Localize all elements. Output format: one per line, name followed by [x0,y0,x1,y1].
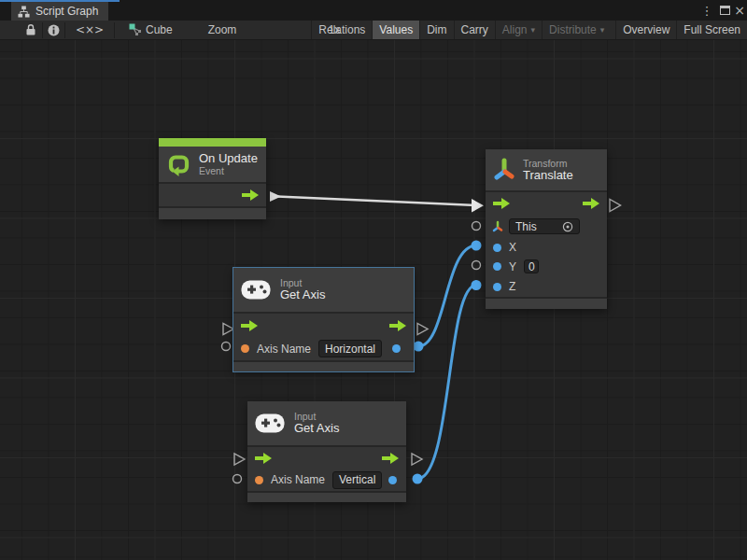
axisname-port-dot [255,476,263,484]
chevron-down-icon: ▾ [600,25,605,35]
lock-button[interactable] [21,21,41,39]
axisname-port-dot [241,344,249,353]
control-in-arrow-icon [241,320,258,331]
z-port-dot [493,283,501,291]
wire-horizontal-to-x[interactable] [418,245,476,346]
maximize-icon[interactable] [717,0,732,21]
info-button[interactable] [43,21,63,39]
control-out-arrow-icon [242,189,259,201]
lock-icon [25,23,36,36]
window-menu-icon[interactable]: ⋮ [700,0,713,21]
relations-button[interactable]: Relations [311,21,372,39]
gamepad-icon [255,413,285,433]
carry-button[interactable]: Carry [454,21,495,39]
axisname-value-field[interactable]: Horizontal [318,340,382,357]
node-translate[interactable]: Transform Translate This [486,149,607,309]
control-out-arrow-icon [389,320,406,331]
x-port-dot [493,244,501,252]
fullscreen-button[interactable]: Full Screen [676,21,747,39]
y-value-field[interactable]: 0 [524,259,539,273]
zoom-label: Zoom [205,21,239,39]
on-update-loop-icon [166,152,191,177]
node-footer [159,208,266,219]
port-control-out-getaxis-h[interactable] [417,324,428,335]
close-icon[interactable]: × [732,0,747,21]
port-control-in-getaxis-h[interactable] [223,324,233,335]
x-port-label: X [509,241,516,254]
z-port-label: Z [509,280,515,293]
port-control-out-getaxis-v[interactable] [412,454,422,465]
axisname-value-field[interactable]: Vertical [332,471,382,489]
node-get-axis-vertical[interactable]: Input Get Axis Axis Name Vertical [247,401,406,502]
wire-vertical-to-z[interactable] [417,286,476,480]
control-in-arrow-icon [493,198,510,209]
distribute-dropdown[interactable]: Distribute▾ [542,21,611,39]
tab-bar: Script Graph ⋮ × [0,0,747,21]
overview-button[interactable]: Overview [615,21,676,39]
value-out-port-dot [388,476,397,484]
axisname-port-label: Axis Name [271,473,325,486]
node-on-update[interactable]: On Update Event [159,138,266,219]
transform-mini-icon [491,220,504,233]
this-field-value: This [515,220,537,233]
align-dropdown[interactable]: Align▾ [495,21,542,39]
this-object-field[interactable]: This [509,218,580,234]
y-port-label: Y [509,260,516,273]
axisname-port-label: Axis Name [257,343,311,356]
port-this-translate[interactable] [472,222,481,231]
node-title: Translate [523,169,573,183]
graph-target-icon [127,21,144,39]
toolbar-button-group: Relations Values Dim Carry Align▾ Distri… [311,21,747,39]
tab-title: Script Graph [35,5,98,18]
port-control-out-onupdate[interactable] [270,191,281,202]
port-value-out-getaxis-h[interactable] [414,342,424,352]
node-get-axis-horizontal[interactable]: Input Get Axis Axis Name Horizontal [233,268,414,371]
port-axisname-in-getaxis-h[interactable] [222,343,231,351]
chevron-down-icon: ▾ [531,25,536,35]
node-footer [486,299,607,309]
y-port-dot [493,262,501,271]
values-button[interactable]: Values [372,21,419,39]
node-subtitle: Transform [523,158,573,169]
transform-icon [493,157,515,183]
object-picker-icon[interactable] [562,221,573,232]
port-control-out-translate[interactable] [610,200,621,212]
graph-toolbar: <×> Cube Zoom 1x Relations Values Dim Ca… [0,21,747,40]
dim-button[interactable]: Dim [419,21,453,39]
node-title: Get Axis [280,288,325,302]
node-title: On Update [199,152,258,166]
tab-script-graph[interactable]: Script Graph [11,2,108,21]
node-footer [247,493,406,502]
graph-target-label[interactable]: Cube [146,21,183,39]
control-in-arrow-icon [255,453,272,464]
script-graph-icon [18,6,30,18]
value-out-port-dot [392,344,401,353]
gamepad-icon [241,280,271,300]
port-z-translate[interactable] [472,280,482,290]
node-subtitle: Event [199,165,258,176]
info-icon [48,24,60,36]
control-out-arrow-icon [382,453,399,464]
port-control-in-getaxis-v[interactable] [234,454,245,465]
graph-canvas[interactable]: On Update Event Transform Translate [0,40,747,560]
node-title: Get Axis [294,422,339,436]
control-out-arrow-icon [583,198,599,209]
port-value-out-getaxis-v[interactable] [413,474,423,484]
port-axisname-in-getaxis-v[interactable] [233,475,242,483]
node-footer [233,362,414,371]
event-accent-bar [159,138,266,147]
port-control-in-translate[interactable] [472,199,484,213]
value-inspection-toggle[interactable]: <×> [65,21,114,39]
port-y-translate[interactable] [472,261,481,270]
wire-control-onupdate-translate[interactable] [277,197,476,206]
port-x-translate[interactable] [472,241,482,251]
